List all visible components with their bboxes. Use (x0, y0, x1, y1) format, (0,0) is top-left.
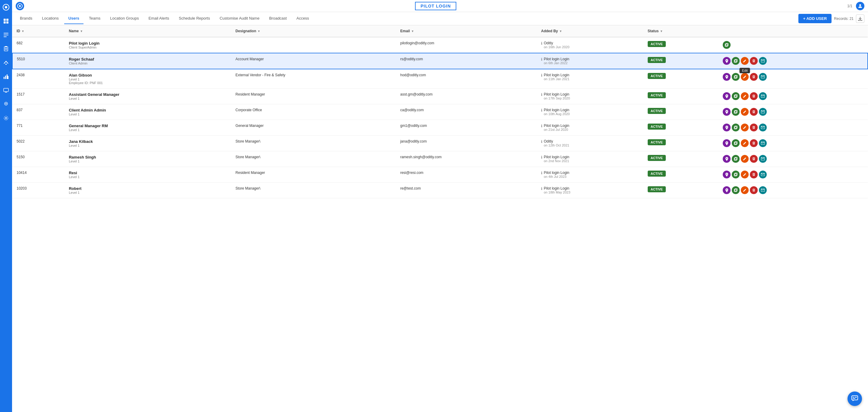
email-button[interactable] (759, 108, 767, 116)
copy-button[interactable] (732, 186, 740, 194)
sidebar-icon-broadcast[interactable] (2, 59, 10, 67)
tab-users[interactable]: Users (64, 13, 84, 24)
tab-email-alerts[interactable]: Email Alerts (144, 13, 174, 24)
cell-name: General Manager RMLevel 1 (64, 120, 231, 136)
email-button[interactable] (759, 139, 767, 147)
cell-actions (718, 37, 868, 53)
copy-button[interactable] (723, 41, 731, 49)
location-button[interactable] (723, 92, 731, 100)
table-row[interactable]: 5022Jana KilbackLevel 1Store Manager\jan… (12, 136, 868, 151)
tab-locations[interactable]: Locations (38, 13, 63, 24)
col-designation[interactable]: Designation ▼ (231, 25, 396, 37)
app-title: PILOT LOGIN (415, 2, 456, 10)
email-button[interactable] (759, 170, 767, 179)
tab-teams[interactable]: Teams (85, 13, 104, 24)
edit-button[interactable] (741, 108, 749, 116)
delete-button[interactable] (750, 155, 758, 163)
edit-button[interactable] (741, 155, 749, 163)
sidebar-icon-grid[interactable] (2, 17, 10, 25)
location-button[interactable] (723, 170, 731, 179)
copy-button[interactable] (732, 139, 740, 147)
delete-button[interactable] (750, 73, 758, 81)
location-button[interactable] (723, 57, 731, 65)
location-button[interactable] (723, 73, 731, 81)
cell-status: ACTIVE (644, 120, 719, 136)
email-button[interactable] (759, 73, 767, 81)
col-email[interactable]: Email ▼ (396, 25, 537, 37)
add-user-button[interactable]: + ADD USER (798, 14, 832, 23)
cell-added-by: ℹPilot login Loginon 18th May 2023 (537, 183, 643, 198)
delete-button[interactable] (750, 92, 758, 100)
tab-brands[interactable]: Brands (16, 13, 36, 24)
delete-button[interactable] (750, 108, 758, 116)
col-added-by[interactable]: Added By ▼ (537, 25, 643, 37)
copy-button[interactable] (732, 92, 740, 100)
location-button[interactable] (723, 139, 731, 147)
location-button[interactable] (723, 186, 731, 194)
location-button[interactable] (723, 155, 731, 163)
copy-button[interactable] (732, 73, 740, 81)
tab-access[interactable]: Access (292, 13, 313, 24)
location-button[interactable] (723, 124, 731, 131)
col-status[interactable]: Status ▼ (644, 25, 719, 37)
copy-button[interactable] (732, 170, 740, 179)
chat-button[interactable] (847, 391, 862, 406)
delete-button[interactable] (750, 124, 758, 131)
user-avatar[interactable] (856, 2, 864, 10)
tab-schedule-reports[interactable]: Schedule Reports (175, 13, 214, 24)
cell-email: rs@oditly.com (396, 53, 537, 69)
tab-location-groups[interactable]: Location Groups (106, 13, 143, 24)
col-id[interactable]: ID ▼ (12, 25, 64, 37)
cell-id: 5150 (12, 151, 64, 167)
edit-button[interactable] (741, 73, 749, 81)
cell-email: ca@oditly.com (396, 104, 537, 120)
email-sort-icon: ▼ (411, 30, 414, 33)
cell-added-by: ℹOditlyon 16th Jun 2020 (537, 37, 643, 53)
cell-designation: Account Manager (231, 53, 396, 69)
sidebar-icon-settings[interactable] (2, 114, 10, 122)
edit-button[interactable] (741, 92, 749, 100)
edit-button[interactable] (741, 139, 749, 147)
sidebar-icon-clipboard[interactable] (2, 44, 10, 53)
edit-button[interactable] (741, 186, 749, 194)
cell-email: asst.gm@oditly.com (396, 89, 537, 104)
sidebar-logo[interactable] (2, 3, 10, 11)
delete-button[interactable] (750, 57, 758, 65)
table-row[interactable]: 5510Roger SchaafClient AdminAccount Mana… (12, 53, 868, 69)
delete-button[interactable] (750, 186, 758, 194)
sidebar-icon-tasks[interactable] (2, 31, 10, 39)
email-button[interactable] (759, 124, 767, 131)
edit-button[interactable] (741, 124, 749, 131)
tab-broadcast[interactable]: Broadcast (265, 13, 291, 24)
sidebar-icon-messages[interactable] (2, 86, 10, 95)
table-row[interactable]: 10414ResiLevel 1Resident Managerresi@res… (12, 167, 868, 183)
copy-button[interactable] (732, 108, 740, 116)
table-row[interactable]: 1517Assistant General ManagerLevel 1Resi… (12, 89, 868, 104)
svg-point-1 (5, 6, 7, 8)
sidebar-icon-analytics[interactable] (2, 72, 10, 81)
col-name[interactable]: Name ▼ (64, 25, 231, 37)
tab-customise-audit-name[interactable]: Customise Audit Name (216, 13, 264, 24)
table-row[interactable]: 682Pilot login LoginClient SuperAdminpil… (12, 37, 868, 53)
email-button[interactable] (759, 92, 767, 100)
copy-button[interactable] (732, 124, 740, 131)
status-sort-icon: ▼ (660, 30, 663, 33)
email-button[interactable] (759, 57, 767, 65)
table-row[interactable]: 771General Manager RMLevel 1General Mana… (12, 120, 868, 136)
cell-email: ramesh.singh@oditly.com (396, 151, 537, 167)
edit-button[interactable] (741, 57, 749, 65)
edit-button[interactable] (741, 170, 749, 179)
copy-button[interactable] (732, 57, 740, 65)
sidebar-icon-location[interactable] (2, 100, 10, 108)
svg-rect-45 (734, 158, 737, 160)
download-button[interactable] (856, 14, 864, 23)
table-row[interactable]: 837Client Admin AdminLevel 1Corporate Of… (12, 104, 868, 120)
table-row[interactable]: 10203RobertLevel 1Store Manager\re@test.… (12, 183, 868, 198)
email-button[interactable] (759, 186, 767, 194)
delete-button[interactable] (750, 170, 758, 179)
table-row[interactable]: 5150Ramesh SinghLevel 1Store Manager\ram… (12, 151, 868, 167)
email-button[interactable] (759, 155, 767, 163)
location-button[interactable] (723, 108, 731, 116)
delete-button[interactable] (750, 139, 758, 147)
copy-button[interactable] (732, 155, 740, 163)
